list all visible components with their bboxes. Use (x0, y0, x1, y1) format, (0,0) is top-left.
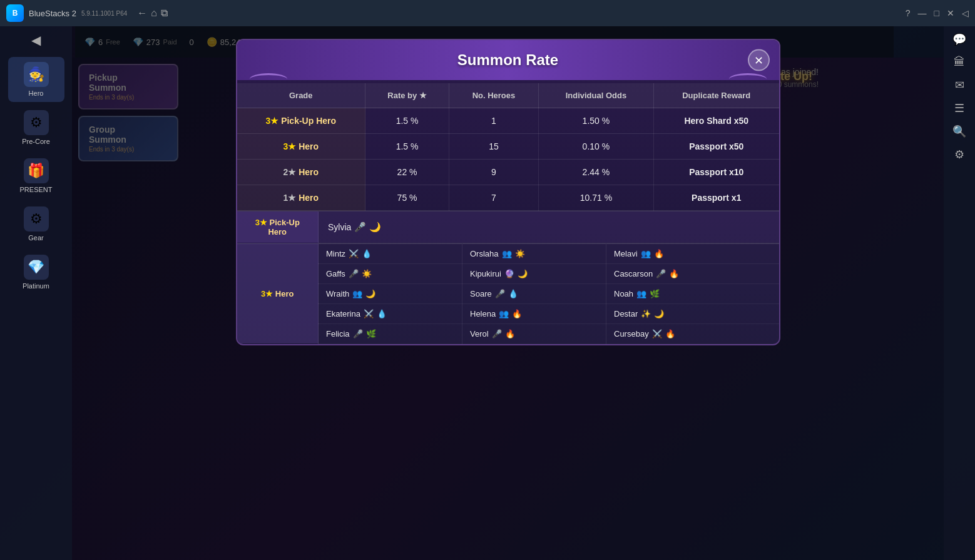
help-button[interactable]: ? (906, 8, 911, 18)
pickup-label: 3★ Pick-UpHero (237, 211, 319, 243)
hero-name: Wraith (326, 289, 349, 298)
hero-element-icon: 🌙 (518, 269, 528, 278)
hero-class-icon: 👥 (502, 249, 512, 258)
summon-rate-modal: Summon Rate ✕ Grade Rate by ★ No. Heroes… (236, 39, 780, 345)
hero-cell-cascarson: Cascarson 🎤 🔥 (606, 263, 779, 283)
hero-class-icon: 👥 (352, 289, 362, 298)
heroes-cell: 1 (449, 108, 539, 134)
odds-cell: 0.10 % (538, 134, 653, 160)
app-logo: B (6, 4, 24, 22)
hero-entry: Gaffs 🎤 ☀️ (326, 269, 454, 278)
mail-button[interactable]: ✉ (955, 78, 964, 92)
reward-cell: Passport x50 (653, 134, 778, 160)
hero-cell-gaffs: Gaffs 🎤 ☀️ (319, 263, 462, 283)
pre-core-icon: ⚙ (24, 110, 49, 135)
sidebar-item-platinum[interactable]: 💎 Platinum (8, 250, 64, 295)
hero-name: Ekaterina (326, 309, 360, 318)
hero-class-icon: 🎤 (492, 329, 502, 339)
titlebar: B BlueStacks 2 5.9.11.1001 P64 ← ⌂ ⧉ ? —… (0, 0, 975, 26)
hero-cell-wraith: Wraith 👥 🌙 (319, 283, 462, 303)
settings-button[interactable]: ⚙ (954, 148, 964, 161)
modal-body: Grade Rate by ★ No. Heroes Individual Od… (237, 80, 779, 344)
hero-cell-orslaha: Orslaha 👥 ☀️ (462, 243, 606, 263)
hero-name: Destar (614, 309, 638, 318)
app-title: BlueStacks 2 (29, 9, 76, 18)
hero-element-icon: 🔥 (505, 329, 515, 339)
search-button[interactable]: 🔍 (952, 125, 966, 138)
hero-entry: Cascarson 🎤 🔥 (614, 269, 772, 278)
sidebar-item-present[interactable]: 🎁 PRESENT (8, 153, 64, 198)
rate-table: Grade Rate by ★ No. Heroes Individual Od… (237, 83, 779, 211)
hero-entry: Felicia 🎤 🌿 (326, 329, 454, 339)
platinum-icon: 💎 (24, 255, 49, 280)
table-row: 1★ Hero 75 % 7 10.71 % Passport x1 (237, 185, 779, 211)
app-version: 5.9.11.1001 P64 (81, 10, 127, 17)
hero-entry: Verol 🎤 🔥 (470, 329, 598, 339)
hero-name: Soare (470, 289, 492, 298)
grade-cell: 1★ Hero (237, 185, 365, 211)
hero-name: Melavi (614, 249, 638, 258)
hero-cell-verol: Verol 🎤 🔥 (462, 323, 606, 344)
hero-row-4: Ekaterina ⚔️ 💧 Helena 👥 🔥 (237, 303, 779, 323)
gear-icon: ⚙ (24, 206, 49, 232)
hero-entry: Soare 🎤 💧 (470, 289, 598, 298)
sidebar-label-platinum: Platinum (23, 282, 49, 290)
copy-button[interactable]: ⧉ (161, 8, 168, 19)
modal-title: Summon Rate (457, 51, 558, 68)
menu-button[interactable]: ☰ (954, 101, 964, 115)
hero-class-icon: ✨ (641, 309, 651, 318)
col-header-grade: Grade (237, 83, 365, 108)
hero-entry: Kipukirui 🔮 🌙 (470, 269, 598, 278)
reward-cell: Passport x10 (653, 160, 778, 185)
hero-element-icon: 🌿 (366, 329, 376, 339)
hero-class-icon: 🎤 (349, 269, 359, 278)
hero-row-2: Gaffs 🎤 ☀️ Kipukirui 🔮 🌙 (237, 263, 779, 283)
rate-cell: 22 % (365, 160, 449, 185)
guild-button[interactable]: 🏛 (954, 56, 965, 69)
hero-entry-sylvia: Sylvia 🎤 🌙 (328, 221, 770, 233)
hero-name: Cursebay (614, 329, 649, 339)
hero-class-icon: 👥 (636, 289, 646, 298)
hero-icons-sylvia: 🎤 🌙 (354, 221, 380, 233)
col-header-reward: Duplicate Reward (653, 83, 778, 108)
modal-close-button[interactable]: ✕ (748, 49, 770, 71)
hero-row-1: 3★ Hero Mintz ⚔️ 💧 Orslaha 👥 ☀️ (237, 243, 779, 263)
close-button[interactable]: ✕ (947, 8, 954, 18)
reward-cell: Passport x1 (653, 185, 778, 211)
hero-name: Noah (614, 289, 633, 298)
table-row: 2★ Hero 22 % 9 2.44 % Passport x10 (237, 160, 779, 185)
odds-cell: 1.50 % (538, 108, 653, 134)
hero-name: Gaffs (326, 269, 345, 278)
home-button[interactable]: ⌂ (151, 8, 157, 19)
titlebar-nav: ← ⌂ ⧉ (137, 8, 168, 19)
hero-element-icon: 💧 (377, 309, 387, 318)
hero-element-icon: ☀️ (362, 269, 372, 278)
chat-button[interactable]: 💬 (952, 33, 966, 46)
pickup-hero-row: 3★ Pick-UpHero Sylvia 🎤 🌙 (237, 211, 779, 243)
modal-header: Summon Rate ✕ (237, 40, 779, 80)
hero-element-icon: 🔥 (669, 269, 679, 278)
hero-entry: Cursebay ⚔️ 🔥 (614, 329, 772, 339)
left-sidebar: ◀ 🧙 Hero ⚙ Pre-Core 🎁 PRESENT ⚙ Gear 💎 P… (0, 26, 72, 560)
hero-cell-felicia: Felicia 🎤 🌿 (319, 323, 462, 344)
hero-class-icon: ⚔️ (364, 309, 374, 318)
odds-cell: 10.71 % (538, 185, 653, 211)
hero-element-icon: 🌙 (365, 289, 375, 298)
expand-button[interactable]: ◁ (962, 8, 969, 18)
maximize-button[interactable]: □ (934, 8, 939, 18)
hero-element-icon: 💧 (508, 289, 518, 298)
grade-cell: 2★ Hero (237, 160, 365, 185)
minimize-button[interactable]: — (918, 8, 927, 18)
sidebar-item-pre-core[interactable]: ⚙ Pre-Core (8, 105, 64, 150)
sidebar-back-button[interactable]: ◀ (31, 33, 41, 48)
hero-name: Kipukirui (470, 269, 501, 278)
right-sidebar: 💬 🏛 ✉ ☰ 🔍 ⚙ (944, 26, 975, 560)
sidebar-item-gear[interactable]: ⚙ Gear (8, 201, 64, 247)
hero-cell-helena: Helena 👥 🔥 (462, 303, 606, 323)
modal-overlay: Summon Rate ✕ Grade Rate by ★ No. Heroes… (72, 26, 944, 560)
back-button[interactable]: ← (137, 8, 147, 19)
hero-entry: Wraith 👥 🌙 (326, 289, 454, 298)
hero-cell-melavi: Melavi 👥 🔥 (606, 243, 779, 263)
hero-element-icon: 🌿 (650, 289, 660, 298)
sidebar-item-hero[interactable]: 🧙 Hero (8, 57, 64, 102)
